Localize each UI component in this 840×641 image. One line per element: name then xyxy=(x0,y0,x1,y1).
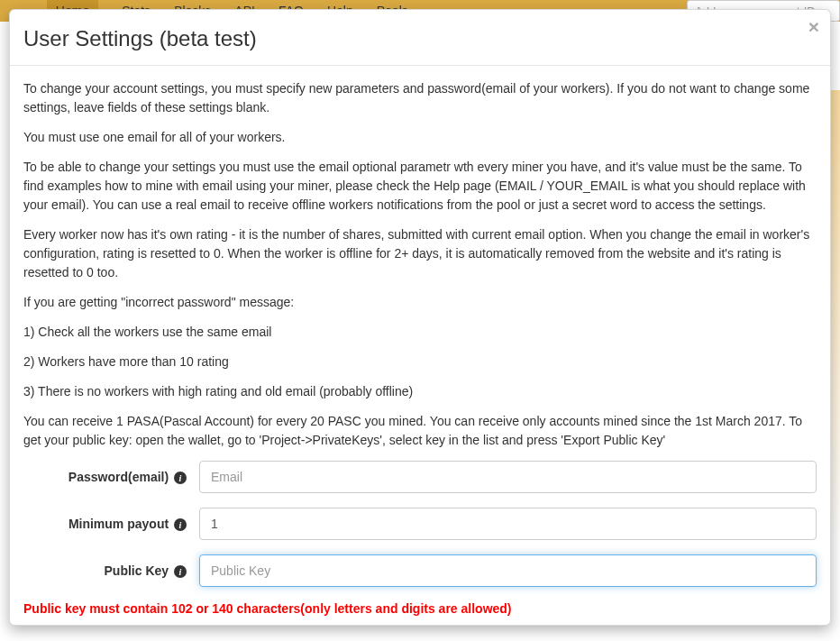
pubkey-label: Public Key i xyxy=(23,563,199,578)
intro-text: You must use one email for all of your w… xyxy=(23,128,817,147)
payout-row: Minimum payout i xyxy=(23,508,817,540)
info-icon[interactable]: i xyxy=(174,518,187,531)
intro-text: 3) There is no workers with high rating … xyxy=(23,382,817,401)
pubkey-input[interactable] xyxy=(199,554,817,587)
info-icon[interactable]: i xyxy=(174,565,187,578)
intro-text: Every worker now has it's own rating - i… xyxy=(23,225,817,282)
modal-title: User Settings (beta test) xyxy=(23,26,817,51)
intro-text: 1) Check all the workers use the same em… xyxy=(23,323,817,342)
password-label: Password(email) i xyxy=(23,470,199,484)
intro-text: You can receive 1 PASA(Pascal Account) f… xyxy=(23,412,817,450)
intro-text: To change your account settings, you mus… xyxy=(23,79,817,117)
password-input[interactable] xyxy=(199,461,817,493)
intro-text: To be able to change your settings you m… xyxy=(23,158,817,215)
info-icon[interactable]: i xyxy=(174,472,187,484)
close-icon[interactable]: × xyxy=(808,17,819,36)
pubkey-row: Public Key i xyxy=(23,554,817,587)
payout-input[interactable] xyxy=(199,508,817,540)
intro-text: If you are getting "incorrect password" … xyxy=(23,293,817,312)
user-settings-modal: User Settings (beta test) × To change yo… xyxy=(9,9,831,626)
modal-header: User Settings (beta test) × xyxy=(10,10,830,66)
error-message: Public key must contain 102 or 140 chara… xyxy=(23,601,817,616)
payout-label: Minimum payout i xyxy=(23,517,199,531)
password-row: Password(email) i xyxy=(23,461,817,493)
modal-body: To change your account settings, you mus… xyxy=(10,66,830,625)
intro-text: 2) Workers have more than 10 rating xyxy=(23,353,817,371)
